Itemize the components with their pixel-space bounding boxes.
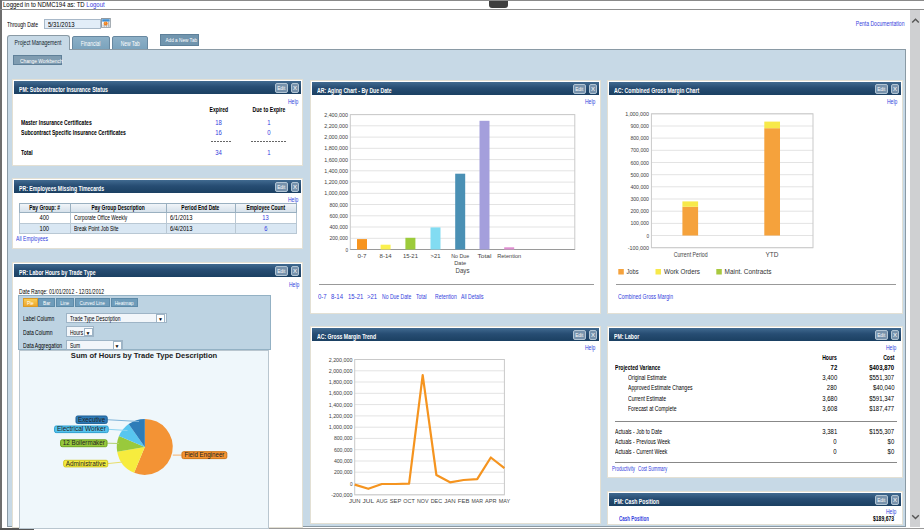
svg-text:>21: >21 bbox=[431, 252, 442, 259]
svg-text:Work Orders: Work Orders bbox=[664, 267, 700, 276]
svg-text:AUG: AUG bbox=[376, 498, 388, 504]
svg-text:2,000,000: 2,000,000 bbox=[324, 133, 348, 140]
svg-text:1,600,000: 1,600,000 bbox=[324, 156, 348, 163]
svg-text:APR: APR bbox=[485, 498, 497, 504]
svg-text:800,000: 800,000 bbox=[334, 434, 353, 441]
svg-text:400,000: 400,000 bbox=[329, 223, 348, 230]
svg-text:Retention: Retention bbox=[497, 252, 521, 259]
svg-text:1,000,000: 1,000,000 bbox=[324, 189, 348, 196]
svg-text:Executive: Executive bbox=[78, 416, 105, 423]
svg-text:Date: Date bbox=[454, 259, 467, 266]
svg-text:Electrical Worker: Electrical Worker bbox=[57, 425, 107, 432]
svg-text:JUN: JUN bbox=[349, 498, 361, 504]
svg-text:No Due: No Due bbox=[451, 252, 469, 259]
svg-text:FEB: FEB bbox=[458, 498, 470, 504]
svg-text:Field Engineer: Field Engineer bbox=[184, 451, 225, 459]
svg-text:SEP: SEP bbox=[390, 498, 402, 504]
svg-text:2,000,000: 2,000,000 bbox=[329, 367, 353, 374]
svg-text:800,000: 800,000 bbox=[630, 134, 649, 141]
svg-text:500,000: 500,000 bbox=[630, 171, 649, 178]
svg-text:600,000: 600,000 bbox=[329, 212, 348, 219]
svg-text:1,200,000: 1,200,000 bbox=[329, 412, 353, 419]
svg-text:MAY: MAY bbox=[499, 498, 511, 504]
svg-text:200,000: 200,000 bbox=[334, 468, 353, 475]
svg-text:1,600,000: 1,600,000 bbox=[329, 389, 353, 396]
svg-text:400,000: 400,000 bbox=[334, 457, 353, 464]
svg-text:-100,000: -100,000 bbox=[628, 244, 650, 251]
svg-text:15-21: 15-21 bbox=[403, 252, 419, 259]
svg-text:MAR: MAR bbox=[471, 498, 483, 504]
svg-text:0-7: 0-7 bbox=[358, 252, 368, 259]
svg-text:OCT: OCT bbox=[403, 498, 415, 504]
svg-text:2,200,000: 2,200,000 bbox=[324, 122, 348, 129]
svg-text:1,200,000: 1,200,000 bbox=[324, 178, 348, 185]
svg-text:200,000: 200,000 bbox=[329, 234, 348, 241]
svg-text:JAN: JAN bbox=[444, 498, 456, 504]
svg-text:300,000: 300,000 bbox=[630, 195, 649, 202]
svg-text:1,400,000: 1,400,000 bbox=[324, 167, 348, 174]
svg-text:0: 0 bbox=[350, 480, 353, 487]
svg-text:DEC: DEC bbox=[431, 498, 443, 504]
svg-text:8-14: 8-14 bbox=[380, 252, 393, 259]
svg-text:1,400,000: 1,400,000 bbox=[329, 401, 353, 408]
svg-text:900,000: 900,000 bbox=[630, 122, 649, 129]
svg-text:1,000,000: 1,000,000 bbox=[625, 110, 649, 117]
svg-text:Current Period: Current Period bbox=[674, 251, 708, 258]
svg-text:0: 0 bbox=[345, 246, 348, 253]
svg-text:400,000: 400,000 bbox=[630, 183, 649, 190]
svg-text:Total: Total bbox=[478, 252, 492, 259]
svg-text:600,000: 600,000 bbox=[334, 446, 353, 453]
svg-text:12 Boilermaker: 12 Boilermaker bbox=[63, 439, 106, 446]
svg-text:2,200,000: 2,200,000 bbox=[329, 356, 353, 363]
svg-text:800,000: 800,000 bbox=[329, 201, 348, 208]
svg-text:Jobs: Jobs bbox=[627, 267, 639, 276]
svg-text:200,000: 200,000 bbox=[630, 207, 649, 214]
svg-text:1,800,000: 1,800,000 bbox=[329, 378, 353, 385]
svg-text:700,000: 700,000 bbox=[630, 146, 649, 153]
svg-text:1,000,000: 1,000,000 bbox=[329, 423, 353, 430]
svg-text:2,400,000: 2,400,000 bbox=[324, 111, 348, 118]
svg-text:Administrative: Administrative bbox=[66, 459, 106, 466]
svg-text:100,000: 100,000 bbox=[630, 219, 649, 226]
svg-text:1,800,000: 1,800,000 bbox=[324, 144, 348, 151]
svg-text:Maint. Contracts: Maint. Contracts bbox=[725, 267, 772, 276]
svg-text:Days: Days bbox=[456, 267, 471, 275]
svg-text:JUL: JUL bbox=[363, 498, 375, 504]
svg-text:600,000: 600,000 bbox=[630, 159, 649, 166]
svg-text:0: 0 bbox=[646, 232, 649, 239]
svg-text:YTD: YTD bbox=[766, 251, 779, 258]
svg-text:NOV: NOV bbox=[417, 498, 429, 504]
